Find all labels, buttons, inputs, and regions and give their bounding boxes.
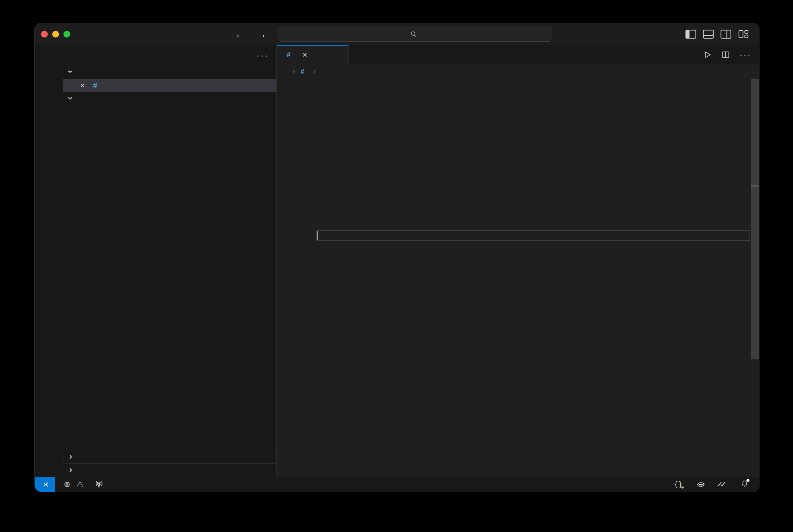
run-file-icon[interactable] xyxy=(703,51,712,59)
maximize-window-button[interactable] xyxy=(63,31,70,37)
title-bar: ← → xyxy=(35,23,759,45)
code-editor[interactable] xyxy=(277,79,759,477)
chevron-right-icon: › xyxy=(292,66,295,76)
braces-icon: {⊗} xyxy=(674,480,683,489)
chevron-right-icon: › xyxy=(313,66,315,76)
close-tab-icon[interactable]: × xyxy=(302,50,308,60)
customize-layout-icon[interactable] xyxy=(738,30,749,39)
chevron-right-icon: › xyxy=(67,465,74,474)
tab-index-css[interactable]: # × xyxy=(277,45,349,64)
warning-icon: ⚠ xyxy=(76,480,83,489)
editor-group: # × ··· › # › xyxy=(277,45,759,477)
command-center-search[interactable] xyxy=(278,26,552,42)
close-window-button[interactable] xyxy=(41,31,48,37)
minimize-window-button[interactable] xyxy=(52,31,59,37)
toggle-panel-icon[interactable] xyxy=(703,30,714,39)
outline-section[interactable]: › xyxy=(63,450,276,463)
remote-icon xyxy=(40,480,50,489)
status-bar: ⊗ ⚠ {⊗} ✓✓ xyxy=(35,477,759,492)
explorer-more-actions-icon[interactable]: ··· xyxy=(256,50,269,60)
editor-scrollbar[interactable] xyxy=(751,79,759,359)
forward-arrow-icon[interactable]: → xyxy=(255,28,268,40)
css-file-icon: # xyxy=(91,81,100,90)
toggle-secondary-sidebar-icon[interactable] xyxy=(720,30,731,39)
radio-tower-icon xyxy=(95,480,103,489)
ports-status[interactable] xyxy=(95,480,107,489)
error-icon: ⊗ xyxy=(64,480,71,489)
double-check-icon: ✓✓ xyxy=(716,480,727,489)
close-icon[interactable]: × xyxy=(79,81,86,90)
chevron-right-icon: › xyxy=(67,452,74,461)
vscode-window: ← → ··· › xyxy=(35,23,759,492)
toggle-primary-sidebar-icon[interactable] xyxy=(685,30,696,39)
project-section[interactable]: › xyxy=(63,92,276,106)
breadcrumb: › # › xyxy=(277,64,759,79)
chevron-down-icon: › xyxy=(66,95,75,102)
tab-bar: # × ··· xyxy=(277,45,759,64)
editor-more-actions-icon[interactable]: ··· xyxy=(739,50,751,60)
current-line-highlight xyxy=(316,230,750,241)
language-mode[interactable]: {⊗} xyxy=(674,480,686,489)
open-editors-section[interactable]: › xyxy=(63,65,276,79)
split-editor-icon[interactable] xyxy=(721,51,730,59)
window-controls xyxy=(41,31,70,37)
activity-bar xyxy=(35,45,63,477)
remote-indicator[interactable] xyxy=(35,477,55,492)
notifications-bell[interactable] xyxy=(740,479,749,490)
problems-status[interactable]: ⊗ ⚠ xyxy=(64,480,86,489)
timeline-section[interactable]: › xyxy=(63,463,276,477)
copilot-icon xyxy=(696,480,705,489)
explorer-sidebar: ··· › × # › › xyxy=(63,45,277,477)
notification-dot xyxy=(747,479,750,482)
formatter-status[interactable]: ✓✓ xyxy=(716,480,730,489)
css-file-icon: # xyxy=(299,68,306,76)
css-file-icon: # xyxy=(284,51,293,59)
scrollbar-divider xyxy=(751,185,759,187)
text-cursor xyxy=(317,231,317,240)
chevron-down-icon: › xyxy=(66,68,75,75)
back-arrow-icon[interactable]: ← xyxy=(234,28,246,40)
copilot-status[interactable] xyxy=(696,480,705,489)
open-editor-item[interactable]: × # xyxy=(63,79,276,92)
search-icon xyxy=(410,31,417,38)
